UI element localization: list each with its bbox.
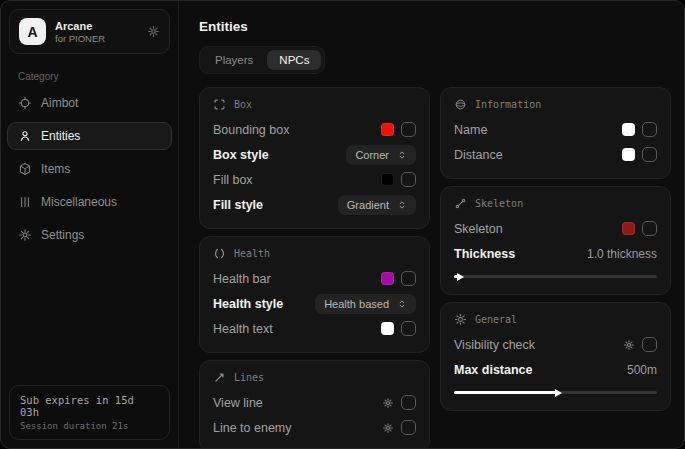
gear-icon <box>18 228 32 242</box>
category-label: Category <box>18 71 178 82</box>
color-swatch[interactable] <box>381 123 394 136</box>
bone-icon <box>454 197 467 210</box>
dropdown-value: Health based <box>324 298 389 310</box>
row-label: Max distance <box>454 363 533 377</box>
brand-name: Arcane <box>55 20 105 32</box>
skeleton-checkbox[interactable] <box>642 221 657 236</box>
visibility-check-settings-icon[interactable] <box>623 339 635 351</box>
distance-checkbox[interactable] <box>642 147 657 162</box>
cube-icon <box>18 162 32 176</box>
row-label: Fill style <box>213 198 263 212</box>
visibility-check-checkbox[interactable] <box>642 337 657 352</box>
color-swatch[interactable] <box>622 123 635 136</box>
box-corners-icon <box>213 98 226 111</box>
distance-row: Distance <box>454 143 657 166</box>
fill-box-checkbox[interactable] <box>401 172 416 187</box>
sidebar-nav: Aimbot Entities Items Miscellaneous <box>1 89 178 249</box>
max-distance-slider[interactable] <box>454 391 657 394</box>
diagonal-line-icon <box>213 371 226 384</box>
thickness-slider[interactable] <box>454 275 657 278</box>
tab-players[interactable]: Players <box>203 50 265 70</box>
box-style-row: Box style Corner <box>213 143 416 166</box>
page-title: Entities <box>199 19 671 34</box>
thickness-row: Thickness 1.0 thickness <box>454 242 657 265</box>
sidebar-item-entities[interactable]: Entities <box>7 122 172 150</box>
parens-icon <box>213 247 226 260</box>
sidebar-item-items[interactable]: Items <box>7 155 172 183</box>
color-swatch[interactable] <box>622 222 635 235</box>
card-title: Skeleton <box>475 198 523 209</box>
line-to-enemy-settings-icon[interactable] <box>382 422 394 434</box>
row-label: Health bar <box>213 272 271 286</box>
brand-card: A Arcane for PIONER <box>9 9 170 54</box>
brand-logo: A <box>19 18 46 45</box>
health-style-row: Health style Health based <box>213 292 416 315</box>
thickness-value: 1.0 thickness <box>587 247 657 261</box>
row-label: Health style <box>213 297 283 311</box>
sidebar-item-label: Entities <box>41 129 80 143</box>
view-line-row: View line <box>213 391 416 414</box>
health-bar-checkbox[interactable] <box>401 271 416 286</box>
card-title: General <box>475 314 517 325</box>
bounding-box-row: Bounding box <box>213 118 416 141</box>
health-style-dropdown[interactable]: Health based <box>315 294 416 314</box>
skeleton-row: Skeleton <box>454 217 657 240</box>
unfold-icon <box>397 150 407 160</box>
general-card: General Visibility check Max distance <box>440 302 671 411</box>
line-to-enemy-row: Line to enemy <box>213 416 416 439</box>
sidebar-item-settings[interactable]: Settings <box>7 221 172 249</box>
color-swatch[interactable] <box>381 173 394 186</box>
max-distance-value: 500m <box>627 363 657 377</box>
name-checkbox[interactable] <box>642 122 657 137</box>
tab-npcs[interactable]: NPCs <box>267 50 321 70</box>
health-text-checkbox[interactable] <box>401 321 416 336</box>
sidebar-item-aimbot[interactable]: Aimbot <box>7 89 172 117</box>
sidebar-item-label: Aimbot <box>41 96 78 110</box>
view-line-settings-icon[interactable] <box>382 397 394 409</box>
view-line-checkbox[interactable] <box>401 395 416 410</box>
line-to-enemy-checkbox[interactable] <box>401 420 416 435</box>
columns-icon <box>18 195 32 209</box>
health-card: Health Health bar Health style Health ba… <box>199 236 430 353</box>
slider-fill[interactable] <box>454 275 458 278</box>
sidebar: A Arcane for PIONER Category Aimbot <box>1 1 179 448</box>
session-duration-text: Session duration 21s <box>20 421 159 431</box>
dropdown-value: Corner <box>355 149 389 161</box>
name-row: Name <box>454 118 657 141</box>
sidebar-item-label: Miscellaneous <box>41 195 117 209</box>
sidebar-item-miscellaneous[interactable]: Miscellaneous <box>7 188 172 216</box>
row-label: Health text <box>213 322 273 336</box>
slider-fill[interactable] <box>454 391 556 394</box>
skeleton-card: Skeleton Skeleton Thickness 1.0 thicknes… <box>440 186 671 295</box>
row-label: Name <box>454 123 487 137</box>
row-label: Skeleton <box>454 222 503 236</box>
bounding-box-checkbox[interactable] <box>401 122 416 137</box>
unfold-icon <box>397 200 407 210</box>
information-card: Information Name Distance <box>440 87 671 179</box>
fill-style-row: Fill style Gradient <box>213 193 416 216</box>
card-title: Information <box>475 99 541 110</box>
person-scan-icon <box>18 129 32 143</box>
card-title: Health <box>234 248 270 259</box>
sub-expires-text: Sub expires in 15d 03h <box>20 394 159 418</box>
sidebar-settings-icon[interactable] <box>147 25 160 38</box>
unfold-icon <box>397 299 407 309</box>
subscription-card: Sub expires in 15d 03h Session duration … <box>9 385 170 440</box>
box-card: Box Bounding box Box style Corner <box>199 87 430 229</box>
fill-style-dropdown[interactable]: Gradient <box>338 195 416 215</box>
row-label: Fill box <box>213 173 253 187</box>
health-bar-row: Health bar <box>213 267 416 290</box>
sidebar-item-label: Items <box>41 162 70 176</box>
health-text-row: Health text <box>213 317 416 340</box>
row-label: Visibility check <box>454 338 535 352</box>
color-swatch[interactable] <box>622 148 635 161</box>
color-swatch[interactable] <box>381 272 394 285</box>
max-distance-row: Max distance 500m <box>454 358 657 381</box>
sphere-icon <box>454 98 467 111</box>
row-label: Thickness <box>454 247 515 261</box>
color-swatch[interactable] <box>381 322 394 335</box>
main-panel: Entities Players NPCs Box Bounding box <box>179 1 684 448</box>
crosshair-icon <box>18 96 32 110</box>
box-style-dropdown[interactable]: Corner <box>346 145 416 165</box>
card-title: Box <box>234 99 252 110</box>
